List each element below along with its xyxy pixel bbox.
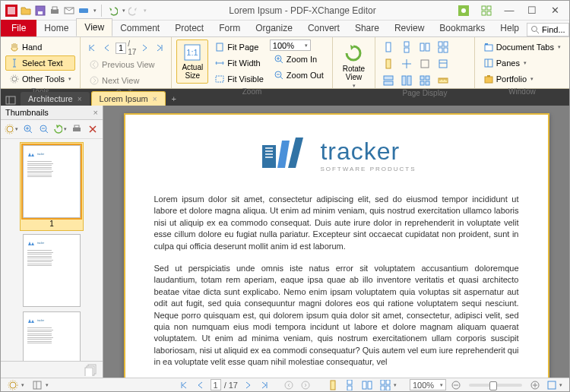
- last-page-button[interactable]: [258, 381, 271, 390]
- panes-button[interactable]: Panes▾: [480, 55, 565, 71]
- show-rulers-icon[interactable]: [435, 73, 451, 88]
- split-four-icon[interactable]: [416, 73, 433, 88]
- undo-icon[interactable]: [106, 5, 119, 17]
- document-tabs-button[interactable]: Document Tabs▾: [480, 40, 565, 55]
- two-continuous-icon[interactable]: [435, 40, 451, 55]
- tab-convert[interactable]: Convert: [300, 20, 347, 36]
- ui-theme-icon[interactable]: [454, 3, 473, 18]
- rotate-view-button[interactable]: Rotate View▾: [337, 40, 370, 93]
- page-layout-opt-icon[interactable]: [435, 56, 451, 71]
- cover-icon[interactable]: [380, 56, 397, 71]
- close-icon[interactable]: ×: [93, 108, 98, 117]
- zoom-out-icon[interactable]: [37, 122, 50, 136]
- continuous-icon[interactable]: [398, 40, 415, 55]
- fit-visible-button[interactable]: Fit Visible: [211, 71, 267, 87]
- close-icon[interactable]: ×: [78, 95, 82, 103]
- scan-icon[interactable]: [78, 5, 90, 17]
- gaps-icon[interactable]: [398, 56, 415, 71]
- two-page-icon[interactable]: [416, 40, 433, 55]
- options-icon[interactable]: ▾: [5, 122, 18, 136]
- tab-comment[interactable]: Comment: [112, 20, 167, 36]
- tab-review[interactable]: Review: [387, 20, 432, 36]
- thumbnail-page[interactable]: tracker▬▬▬▬▬▬▬▬▬▬▬▬▬▬▬▬ ▬▬▬▬▬▬▬▬▬▬▬▬▬▬▬▬…: [23, 311, 81, 361]
- single-page-icon[interactable]: [326, 380, 340, 390]
- document-tab-architecture[interactable]: Architecture×: [21, 92, 90, 106]
- next-page-button[interactable]: [241, 381, 255, 390]
- fullscreen-icon[interactable]: ▾: [545, 381, 565, 390]
- tab-share[interactable]: Share: [347, 20, 387, 36]
- next-view-button[interactable]: Next View: [85, 73, 166, 88]
- zoom-in-icon[interactable]: [21, 122, 34, 136]
- fit-width-button[interactable]: Fit Width: [211, 55, 267, 71]
- prev-page-button[interactable]: [194, 381, 207, 390]
- document-tab-lorem[interactable]: Lorem Ipsum×: [91, 91, 166, 106]
- next-page-button[interactable]: [138, 40, 151, 55]
- layers-icon[interactable]: ▾: [30, 380, 51, 390]
- thumbnail-page[interactable]: tracker▬▬▬▬▬▬▬▬▬▬▬▬▬▬▬▬ ▬▬▬▬▬▬▬▬▬▬▬▬▬▬▬▬…: [23, 145, 81, 218]
- last-page-button[interactable]: [153, 40, 166, 55]
- page-number-field[interactable]: 1: [211, 379, 221, 390]
- maximize-button[interactable]: ☐: [522, 3, 542, 18]
- zoom-combo[interactable]: 100%▾: [270, 40, 311, 51]
- prev-page-button[interactable]: [100, 40, 114, 55]
- thumbnail-item[interactable]: tracker▬▬▬▬▬▬▬▬▬▬▬▬▬▬▬▬ ▬▬▬▬▬▬▬▬▬▬▬▬▬▬▬▬…: [23, 234, 81, 308]
- split-horiz-icon[interactable]: [380, 73, 397, 88]
- previous-view-button[interactable]: Previous View: [85, 57, 166, 72]
- select-text-tool[interactable]: Select Text: [5, 55, 75, 71]
- zoom-slider[interactable]: [469, 384, 522, 387]
- single-page-icon[interactable]: [380, 40, 397, 55]
- prev-view-icon[interactable]: [282, 381, 296, 390]
- facing-icon[interactable]: [359, 381, 375, 390]
- zoom-in-button[interactable]: Zoom In: [270, 52, 328, 67]
- document-scroll[interactable]: tracker SOFTWARE PRODUCTS Lorem ipsum do…: [103, 106, 569, 378]
- portfolio-button[interactable]: Portfolio▾: [480, 71, 565, 87]
- thumbnail-page[interactable]: tracker▬▬▬▬▬▬▬▬▬▬▬▬▬▬▬▬ ▬▬▬▬▬▬▬▬▬▬▬▬▬▬▬▬…: [23, 234, 81, 307]
- thumbnail-item[interactable]: tracker▬▬▬▬▬▬▬▬▬▬▬▬▬▬▬▬ ▬▬▬▬▬▬▬▬▬▬▬▬▬▬▬▬…: [20, 142, 84, 231]
- close-icon[interactable]: ×: [153, 95, 157, 103]
- split-vert-icon[interactable]: [398, 73, 415, 88]
- actual-size-button[interactable]: 1:1 Actual Size: [176, 40, 208, 84]
- fit-page-button[interactable]: Fit Page: [211, 40, 267, 55]
- zoom-combo[interactable]: 100%▾: [410, 379, 446, 390]
- open-icon[interactable]: [20, 5, 32, 17]
- continuous-icon[interactable]: [343, 380, 356, 390]
- thumbnails-list[interactable]: tracker▬▬▬▬▬▬▬▬▬▬▬▬▬▬▬▬ ▬▬▬▬▬▬▬▬▬▬▬▬▬▬▬▬…: [1, 139, 103, 361]
- find-box[interactable]: Find...: [527, 23, 569, 36]
- tab-home[interactable]: Home: [36, 20, 76, 36]
- minimize-button[interactable]: —: [499, 3, 519, 18]
- save-icon[interactable]: [34, 5, 46, 17]
- new-tab-button[interactable]: +: [167, 92, 181, 106]
- tab-view[interactable]: View: [76, 18, 112, 36]
- page-number-field[interactable]: 1: [116, 43, 126, 54]
- tab-protect[interactable]: Protect: [167, 20, 211, 36]
- qat-dropdown[interactable]: ▾: [93, 8, 97, 14]
- launch-icon[interactable]: [477, 3, 496, 18]
- print-icon[interactable]: [49, 5, 61, 17]
- print-thumb-icon[interactable]: [70, 122, 83, 136]
- zoom-out-button[interactable]: [449, 381, 463, 390]
- facing-continuous-icon[interactable]: ▾: [378, 380, 399, 390]
- first-page-button[interactable]: [85, 40, 99, 55]
- tab-organize[interactable]: Organize: [248, 20, 300, 36]
- thumbnail-item[interactable]: tracker▬▬▬▬▬▬▬▬▬▬▬▬▬▬▬▬ ▬▬▬▬▬▬▬▬▬▬▬▬▬▬▬▬…: [23, 311, 81, 361]
- delete-thumb-icon[interactable]: [86, 122, 99, 136]
- tab-bookmarks[interactable]: Bookmarks: [432, 20, 492, 36]
- hand-tool[interactable]: Hand: [5, 40, 75, 55]
- undo-dropdown[interactable]: ▾: [122, 8, 125, 14]
- rotate-thumb-icon[interactable]: ▾: [53, 122, 67, 136]
- sidebar-toggle-icon[interactable]: [5, 95, 16, 106]
- options-icon[interactable]: ▾: [5, 380, 27, 390]
- stack-icon[interactable]: [84, 364, 98, 376]
- zoom-out-button[interactable]: Zoom Out: [270, 68, 328, 83]
- tab-help[interactable]: Help: [492, 20, 527, 36]
- other-tools[interactable]: Other Tools▾: [5, 71, 75, 87]
- next-view-icon[interactable]: [299, 381, 312, 390]
- close-button[interactable]: ✕: [545, 3, 565, 18]
- file-tab[interactable]: File: [1, 20, 36, 36]
- email-icon[interactable]: [63, 5, 75, 17]
- zoom-in-button[interactable]: [528, 381, 542, 390]
- first-page-button[interactable]: [177, 381, 191, 390]
- tab-form[interactable]: Form: [211, 20, 248, 36]
- redo-dropdown[interactable]: ▾: [144, 8, 147, 14]
- redo-icon[interactable]: [128, 5, 140, 17]
